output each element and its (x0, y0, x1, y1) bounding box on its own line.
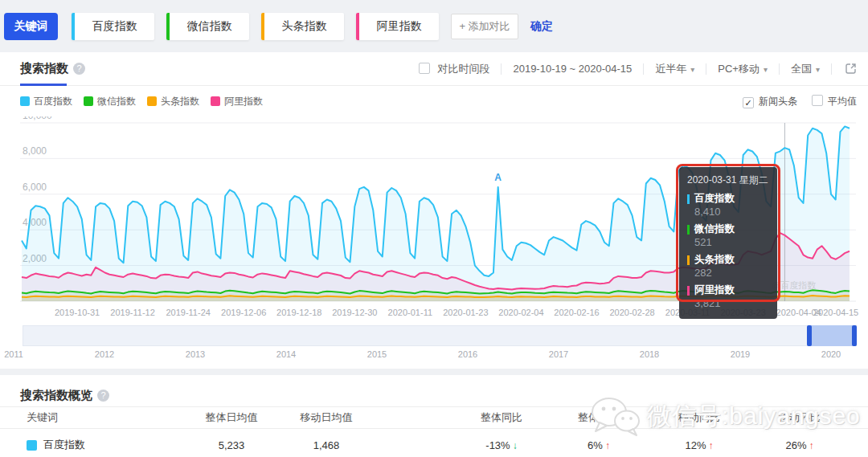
tooltip-series-name: 百度指数 (687, 192, 769, 206)
chart-watermark: @百度指数 (772, 280, 816, 290)
checkbox-icon[interactable] (812, 95, 823, 106)
legend-item[interactable]: 百度指数 (20, 95, 72, 108)
timeline-years: 2011201220132014201520162017201820192020 (0, 348, 868, 362)
x-tick-label: 2019-12-18 (276, 308, 321, 317)
keyword-cell: 百度指数 (0, 438, 177, 452)
annotation-a-marker: A (494, 172, 502, 183)
help-icon[interactable]: ? (97, 390, 109, 402)
tooltip-color-bar (687, 255, 690, 265)
tooltip-value: 8,410 (694, 206, 769, 218)
x-tick-label: 2020-01-23 (443, 308, 488, 317)
tooltip-color-bar (687, 194, 690, 204)
chart-toggles: ✓新闻头条平均值 (728, 95, 857, 108)
table-row[interactable]: 百度指数5,2331,468-13%↓6%↑12%↑26%↑ (0, 429, 868, 457)
trend-down-arrow-icon: ↓ (513, 440, 518, 451)
keyword-card[interactable]: 百度指数 (72, 13, 154, 40)
value-cell: 5,233 (177, 439, 286, 451)
chevron-down-icon: ▾ (690, 65, 694, 74)
x-tick-label: 2019-11-24 (166, 308, 210, 317)
x-tick-label: 2020-01-11 (388, 308, 432, 317)
tooltip-color-bar (687, 225, 690, 235)
panel-header: 搜索指数 ? 对比时间段 2019-10-19 ~ 2020-04-15 近半年… (0, 52, 868, 86)
device-select[interactable]: PC+移动▾ (718, 62, 768, 76)
svg-text:6,000: 6,000 (23, 182, 47, 193)
date-range[interactable]: 2019-10-19 ~ 2020-04-15 (513, 63, 632, 75)
overview-table: 关键词整体日均值移动日均值整体同比整体环比移动同比移动环比 百度指数5,2331… (0, 406, 868, 457)
year-label: 2012 (95, 349, 114, 359)
value-cell: 6%↑ (553, 439, 645, 451)
panel-gap (0, 369, 868, 375)
chevron-down-icon: ▾ (816, 65, 820, 74)
cell-text: 5,233 (219, 439, 245, 451)
time-range-select[interactable]: 近半年▾ (655, 62, 694, 76)
add-compare-button[interactable]: + 添加对比 (451, 14, 518, 39)
x-tick-label: 2019-11-12 (110, 308, 154, 317)
toggle-unchecked[interactable]: 平均值 (812, 95, 857, 108)
legend-swatch (20, 96, 30, 106)
tooltip-color-bar (687, 286, 690, 296)
slider-right-handle[interactable] (852, 325, 857, 346)
slider-left-handle[interactable] (807, 325, 812, 346)
column-header: 移动环比 (754, 410, 845, 425)
keyword-card[interactable]: 微信指数 (166, 13, 249, 40)
checkbox-icon[interactable] (419, 63, 430, 74)
keyword-card[interactable]: 阿里指数 (356, 13, 439, 40)
keyword-name: 百度指数 (43, 438, 85, 452)
year-label: 2017 (549, 349, 568, 359)
keyword-label: 百度指数 (75, 19, 154, 34)
tooltip-item: 百度指数8,410 (687, 192, 769, 218)
timeline-slider[interactable] (23, 325, 857, 346)
overview-title: 搜索指数概览 (20, 388, 92, 403)
legend-row: 百度指数微信指数头条指数阿里指数 ✓新闻头条平均值 (0, 86, 868, 116)
checkbox-icon[interactable]: ✓ (743, 97, 754, 108)
value-cell: 1,468 (286, 439, 366, 451)
svg-text:8,000: 8,000 (23, 145, 47, 157)
trend-up-arrow-icon: ↑ (605, 440, 610, 451)
keyword-button[interactable]: 关键词 (4, 13, 58, 40)
tooltip-item: 阿里指数3,821 (687, 284, 769, 310)
divider (779, 63, 780, 75)
column-header: 整体日均值 (177, 410, 286, 425)
year-label: 2014 (276, 349, 296, 359)
trend-up-arrow-icon: ↑ (809, 440, 814, 451)
region-select[interactable]: 全国▾ (791, 62, 820, 76)
x-tick-label: 2020-02-28 (609, 308, 654, 317)
legend-swatch (211, 96, 220, 106)
legend-item[interactable]: 头条指数 (147, 95, 199, 108)
year-label: 2011 (4, 349, 23, 359)
legend-label: 百度指数 (34, 95, 72, 108)
divider (706, 63, 706, 75)
tooltip-value: 3,821 (694, 297, 769, 310)
help-icon[interactable]: ? (73, 63, 85, 75)
x-tick-label: 2020-02-04 (498, 308, 543, 317)
slider-selected-range[interactable] (810, 325, 856, 346)
tab-label: 搜索指数 (20, 61, 68, 76)
external-link-icon[interactable] (845, 63, 857, 75)
keyword-label: 阿里指数 (359, 19, 439, 34)
legend-label: 头条指数 (161, 95, 199, 108)
column-header: 移动日均值 (286, 410, 366, 425)
keyword-label: 头条指数 (264, 19, 344, 34)
compare-period-checkbox[interactable]: 对比时间段 (419, 62, 490, 76)
tooltip-item: 微信指数521 (687, 222, 769, 249)
tab-search-index[interactable]: 搜索指数 (20, 52, 68, 86)
cell-text: 26% (785, 439, 806, 451)
legend-swatch (147, 96, 157, 106)
legend-item[interactable]: 微信指数 (84, 95, 136, 108)
table-header-row: 关键词整体日均值移动日均值整体同比整体环比移动同比移动环比 (0, 406, 868, 429)
year-label: 2015 (367, 349, 387, 359)
x-tick-label: 2020-02-16 (554, 308, 599, 317)
toggle-checked[interactable]: ✓新闻头条 (743, 95, 797, 108)
legend-item[interactable]: 阿里指数 (211, 95, 263, 108)
confirm-button[interactable]: 确定 (530, 19, 553, 34)
legend-label: 微信指数 (97, 95, 136, 108)
keyword-card[interactable]: 头条指数 (261, 13, 344, 40)
chevron-down-icon: ▾ (764, 65, 768, 74)
value-cell: 26%↑ (754, 439, 845, 451)
column-header: 关键词 (0, 410, 177, 425)
year-label: 2013 (186, 349, 205, 359)
header-controls: 对比时间段 2019-10-19 ~ 2020-04-15 近半年▾ PC+移动… (419, 62, 857, 76)
page: 关键词 百度指数微信指数头条指数阿里指数 + 添加对比 确定 搜索指数 ? 对比… (0, 0, 868, 457)
divider (831, 63, 832, 75)
tooltip-item: 头条指数282 (687, 253, 769, 280)
